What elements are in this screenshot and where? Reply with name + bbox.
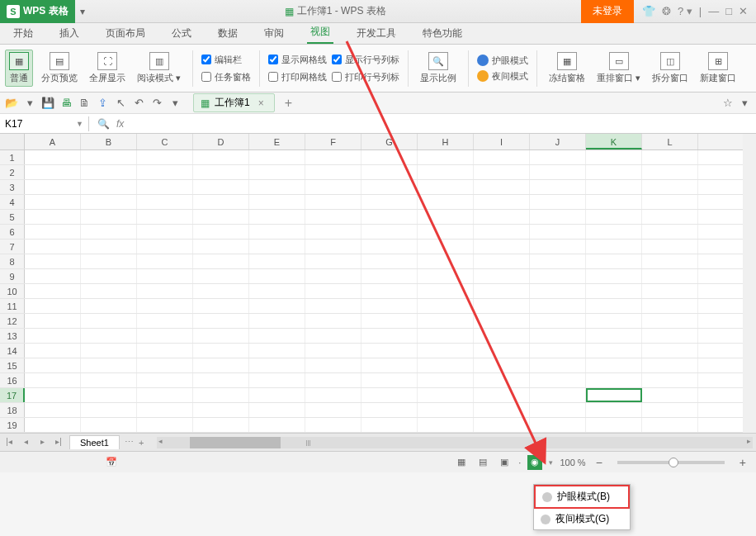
cell[interactable]: [642, 180, 698, 194]
row-header[interactable]: 19: [0, 418, 25, 432]
cell[interactable]: [137, 418, 193, 432]
cell[interactable]: [586, 358, 642, 372]
cell[interactable]: [25, 180, 81, 194]
grid-rows[interactable]: 12345678910111213141516171819: [0, 150, 756, 433]
cell[interactable]: [530, 284, 586, 298]
page-break-button[interactable]: ▤ 分页预览: [38, 50, 81, 86]
cell[interactable]: [530, 299, 586, 313]
cell[interactable]: [249, 388, 305, 402]
help-icon[interactable]: ? ▾: [678, 5, 692, 17]
cell[interactable]: [249, 358, 305, 372]
cell[interactable]: [530, 180, 586, 194]
cell[interactable]: [305, 358, 361, 372]
cell[interactable]: [361, 373, 418, 387]
qat-drop-icon[interactable]: ▾: [168, 97, 182, 110]
cell[interactable]: [586, 254, 642, 268]
cell[interactable]: [81, 165, 137, 179]
night-mode-button[interactable]: 夜间模式: [477, 70, 528, 83]
cell[interactable]: [137, 373, 193, 387]
cell[interactable]: [249, 299, 305, 313]
cell[interactable]: [305, 195, 361, 209]
cell[interactable]: [361, 314, 418, 328]
cell[interactable]: [305, 269, 361, 283]
cell[interactable]: [81, 344, 137, 358]
col-header[interactable]: L: [642, 134, 698, 149]
cell[interactable]: [418, 418, 474, 432]
cell[interactable]: [137, 403, 193, 417]
cell[interactable]: [81, 284, 137, 298]
cell[interactable]: [249, 344, 305, 358]
cell[interactable]: [361, 165, 418, 179]
cell[interactable]: [586, 388, 642, 402]
cell[interactable]: [474, 225, 530, 239]
cell[interactable]: [474, 195, 530, 209]
cell[interactable]: [474, 240, 530, 254]
cell[interactable]: [418, 225, 474, 239]
freeze-panes-button[interactable]: ▦ 冻结窗格: [546, 50, 588, 86]
cell[interactable]: [530, 344, 586, 358]
skin-icon[interactable]: 👕: [642, 5, 655, 17]
cell[interactable]: [305, 284, 361, 298]
edit-bar-checkbox[interactable]: 编辑栏: [201, 54, 251, 66]
new-window-button[interactable]: ⊞ 新建窗口: [697, 50, 739, 86]
sheet-nav-last-icon[interactable]: ▸|: [53, 437, 64, 448]
zoom-slider[interactable]: [617, 461, 725, 464]
view-grid-icon[interactable]: ▦: [454, 455, 469, 470]
popup-eye-mode[interactable]: 护眼模式(B): [534, 485, 630, 509]
cell[interactable]: [474, 373, 530, 387]
cell[interactable]: [642, 299, 698, 313]
cell[interactable]: [474, 358, 530, 372]
cell[interactable]: [25, 210, 81, 224]
cell[interactable]: [642, 240, 698, 254]
print-icon[interactable]: 🖶: [59, 97, 73, 110]
cell[interactable]: [249, 225, 305, 239]
view-normal-button[interactable]: ▦ 普通: [5, 50, 33, 87]
cell[interactable]: [193, 403, 249, 417]
col-header[interactable]: E: [249, 134, 305, 149]
col-header[interactable]: D: [193, 134, 249, 149]
arrange-windows-button[interactable]: ▭ 重排窗口 ▾: [593, 50, 644, 86]
cell[interactable]: [361, 150, 418, 164]
cell[interactable]: [137, 358, 193, 372]
row-header[interactable]: 10: [0, 284, 25, 298]
cell[interactable]: [249, 150, 305, 164]
cell[interactable]: [586, 418, 642, 432]
doc-tab-close-icon[interactable]: ×: [255, 97, 267, 109]
col-header[interactable]: C: [137, 134, 193, 149]
cell[interactable]: [361, 269, 418, 283]
eye-mode-drop-icon[interactable]: ▾: [549, 458, 553, 467]
cell[interactable]: [193, 299, 249, 313]
tab-data[interactable]: 数据: [215, 23, 241, 44]
cell[interactable]: [418, 240, 474, 254]
zoom-button[interactable]: 🔍 显示比例: [417, 50, 460, 86]
cell[interactable]: [530, 329, 586, 343]
row-header[interactable]: 6: [0, 225, 25, 239]
cell[interactable]: [530, 358, 586, 372]
cell[interactable]: [530, 388, 586, 402]
cell[interactable]: [642, 403, 698, 417]
cell[interactable]: [418, 299, 474, 313]
col-header[interactable]: A: [25, 134, 81, 149]
show-grid-checkbox[interactable]: 显示网格线: [268, 54, 327, 66]
cell[interactable]: [361, 240, 418, 254]
cell[interactable]: [474, 403, 530, 417]
cell[interactable]: [193, 150, 249, 164]
magnify-icon[interactable]: 🔍: [97, 118, 110, 130]
split-window-button[interactable]: ◫ 拆分窗口: [649, 50, 692, 86]
cell[interactable]: [418, 373, 474, 387]
row-header[interactable]: 16: [0, 373, 25, 387]
tab-page-layout[interactable]: 页面布局: [102, 23, 149, 44]
cell[interactable]: [25, 373, 81, 387]
cell[interactable]: [586, 225, 642, 239]
cell[interactable]: [81, 195, 137, 209]
cell[interactable]: [361, 225, 418, 239]
cell[interactable]: [249, 418, 305, 432]
cell[interactable]: [81, 329, 137, 343]
cell[interactable]: [586, 314, 642, 328]
cell[interactable]: [418, 314, 474, 328]
cell[interactable]: [305, 373, 361, 387]
col-header[interactable]: I: [474, 134, 530, 149]
brand-dropdown-icon[interactable]: ▾: [75, 6, 90, 17]
cell[interactable]: [137, 165, 193, 179]
cell[interactable]: [305, 180, 361, 194]
